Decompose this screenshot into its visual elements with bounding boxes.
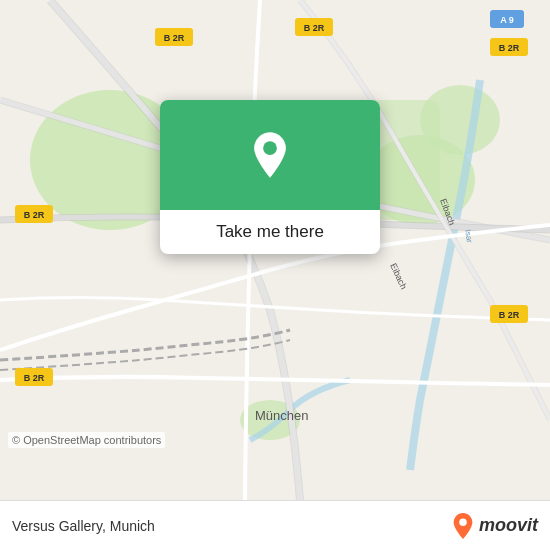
svg-point-24 <box>263 141 277 155</box>
moovit-pin-icon <box>451 512 475 540</box>
map-container: B 2R B 2R B 2R B 2R B 2R B 2R A 9 Eibach… <box>0 0 550 500</box>
svg-text:B 2R: B 2R <box>499 310 520 320</box>
moovit-text: moovit <box>479 515 538 536</box>
svg-point-25 <box>459 518 466 525</box>
svg-text:B 2R: B 2R <box>24 373 45 383</box>
svg-text:A 9: A 9 <box>500 15 514 25</box>
location-label: Versus Gallery, Munich <box>12 518 155 534</box>
popup-green-area <box>160 100 380 210</box>
map-attribution: © OpenStreetMap contributors <box>8 432 165 448</box>
bottom-bar: Versus Gallery, Munich moovit <box>0 500 550 550</box>
svg-text:B 2R: B 2R <box>499 43 520 53</box>
popup-card: Take me there <box>160 100 380 254</box>
svg-text:B 2R: B 2R <box>24 210 45 220</box>
svg-text:B 2R: B 2R <box>304 23 325 33</box>
moovit-logo[interactable]: moovit <box>451 512 538 540</box>
take-me-there-button[interactable]: Take me there <box>160 210 380 254</box>
location-pin-icon <box>246 131 294 179</box>
svg-text:B 2R: B 2R <box>164 33 185 43</box>
svg-text:München: München <box>255 408 308 423</box>
